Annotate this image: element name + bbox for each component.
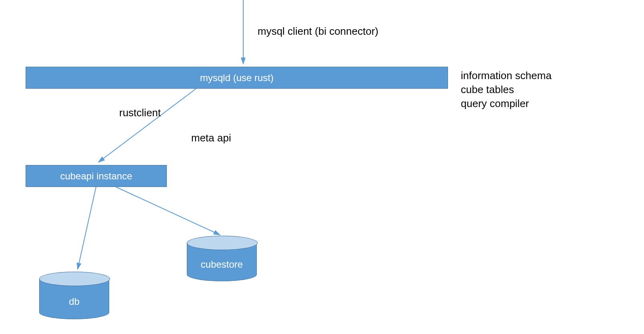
- node-cubestore: cubestore: [187, 236, 257, 281]
- arrow-cubeapi-to-db: [78, 187, 96, 269]
- side-note-line: cube tables: [461, 83, 552, 97]
- side-note-line: query compiler: [461, 97, 552, 111]
- node-db: db: [39, 272, 109, 319]
- metaapi-label: meta api: [191, 132, 231, 144]
- side-note-line: information schema: [461, 69, 552, 83]
- node-cubeapi: cubeapi instance: [26, 165, 167, 187]
- node-cubeapi-label: cubeapi instance: [60, 171, 132, 182]
- node-mysqld: mysqld (use rust): [26, 67, 448, 89]
- cylinder-top-icon: [39, 272, 110, 286]
- side-notes: information schema cube tables query com…: [461, 69, 552, 111]
- arrow-mysqld-to-cubeapi: [98, 89, 196, 162]
- node-cubestore-label: cubestore: [201, 259, 243, 270]
- mysql-client-label: mysql client (bi connector): [258, 25, 378, 38]
- arrow-cubeapi-to-cubestore: [116, 187, 220, 235]
- rustclient-label: rustclient: [119, 107, 161, 119]
- cylinder-top-icon: [187, 236, 258, 250]
- node-db-label: db: [69, 296, 80, 307]
- node-mysqld-label: mysqld (use rust): [200, 72, 274, 84]
